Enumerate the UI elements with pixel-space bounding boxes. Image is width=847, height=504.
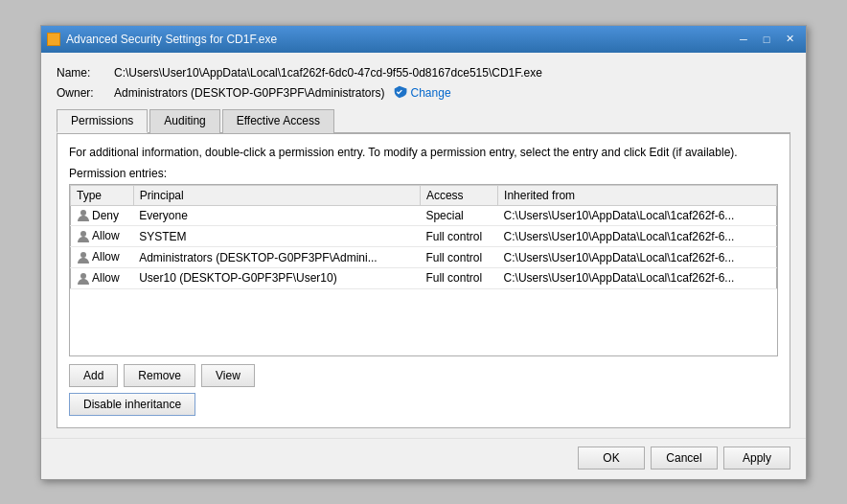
tab-bar: Permissions Auditing Effective Access: [57, 108, 790, 134]
user-icon: [77, 209, 92, 222]
cell-inherited: C:\Users\User10\AppData\Local\1caf262f-6…: [498, 205, 777, 226]
maximize-button[interactable]: □: [756, 31, 777, 48]
view-button[interactable]: View: [201, 364, 255, 387]
minimize-button[interactable]: ─: [733, 31, 754, 48]
table-row[interactable]: AllowAdministrators (DESKTOP-G0PF3PF\Adm…: [71, 247, 777, 268]
user-icon: [77, 229, 92, 242]
cell-principal: User10 (DESKTOP-G0PF3PF\User10): [133, 267, 420, 288]
cell-access: Full control: [420, 267, 497, 288]
col-principal: Principal: [133, 185, 420, 205]
window-icon: [47, 33, 60, 46]
cell-access: Special: [420, 205, 497, 226]
tab-content: For additional information, double-click…: [57, 134, 790, 428]
col-type: Type: [71, 185, 134, 205]
owner-row: Owner: Administrators (DESKTOP-G0PF3PF\A…: [57, 85, 790, 101]
change-link[interactable]: Change: [393, 85, 451, 101]
name-label: Name:: [57, 66, 114, 80]
name-value: C:\Users\User10\AppData\Local\1caf262f-6…: [114, 66, 542, 80]
tab-permissions[interactable]: Permissions: [57, 109, 148, 133]
cell-access: Full control: [420, 226, 497, 247]
tab-auditing[interactable]: Auditing: [149, 109, 219, 133]
remove-button[interactable]: Remove: [124, 364, 195, 387]
user-icon: [77, 271, 92, 285]
window-title: Advanced Security Settings for CD1F.exe: [66, 33, 277, 46]
close-button[interactable]: ✕: [779, 31, 800, 48]
table-row[interactable]: DenyEveryoneSpecialC:\Users\User10\AppDa…: [71, 205, 777, 226]
main-window: Advanced Security Settings for CD1F.exe …: [40, 25, 807, 480]
svg-point-1: [80, 231, 86, 237]
svg-point-3: [80, 273, 86, 279]
title-controls: ─ □ ✕: [733, 31, 800, 48]
section-label: Permission entries:: [69, 167, 778, 180]
table-row[interactable]: AllowSYSTEMFull controlC:\Users\User10\A…: [71, 226, 777, 247]
cell-principal: Administrators (DESKTOP-G0PF3PF\Admini..…: [133, 247, 420, 268]
col-access: Access: [420, 185, 497, 205]
cell-access: Full control: [420, 247, 497, 268]
owner-value: Administrators (DESKTOP-G0PF3PF\Administ…: [114, 86, 385, 100]
user-icon: [77, 250, 92, 263]
permissions-table-wrapper: Type Principal Access Inherited from Den…: [69, 184, 778, 356]
cell-inherited: C:\Users\User10\AppData\Local\1caf262f-6…: [498, 226, 777, 247]
permissions-table: Type Principal Access Inherited from Den…: [70, 185, 777, 289]
table-row[interactable]: AllowUser10 (DESKTOP-G0PF3PF\User10)Full…: [71, 267, 777, 288]
title-bar-left: Advanced Security Settings for CD1F.exe: [47, 33, 277, 46]
disable-inheritance-button[interactable]: Disable inheritance: [69, 393, 195, 416]
owner-label: Owner:: [57, 86, 114, 100]
table-header-row: Type Principal Access Inherited from: [71, 185, 777, 205]
bottom-buttons: OK Cancel Apply: [41, 438, 806, 479]
cell-type: Allow: [71, 226, 134, 247]
tab-effective-access[interactable]: Effective Access: [222, 109, 334, 133]
cancel-button[interactable]: Cancel: [651, 447, 718, 470]
svg-point-0: [80, 210, 86, 216]
name-row: Name: C:\Users\User10\AppData\Local\1caf…: [57, 66, 790, 80]
svg-point-2: [80, 252, 86, 258]
cell-inherited: C:\Users\User10\AppData\Local\1caf262f-6…: [498, 247, 777, 268]
col-inherited: Inherited from: [498, 185, 777, 205]
title-bar: Advanced Security Settings for CD1F.exe …: [41, 26, 806, 53]
apply-button[interactable]: Apply: [723, 447, 790, 470]
cell-principal: SYSTEM: [133, 226, 420, 247]
cell-inherited: C:\Users\User10\AppData\Local\1caf262f-6…: [498, 267, 777, 288]
cell-principal: Everyone: [133, 205, 420, 226]
change-label: Change: [411, 86, 451, 100]
cell-type: Allow: [71, 247, 134, 268]
add-button[interactable]: Add: [69, 364, 118, 387]
shield-icon: [393, 85, 408, 101]
ok-button[interactable]: OK: [578, 447, 645, 470]
action-button-row: Add Remove View: [69, 364, 778, 387]
cell-type: Allow: [71, 267, 134, 288]
info-text: For additional information, double-click…: [69, 146, 778, 159]
content-area: Name: C:\Users\User10\AppData\Local\1caf…: [41, 53, 806, 438]
cell-type: Deny: [71, 205, 134, 226]
